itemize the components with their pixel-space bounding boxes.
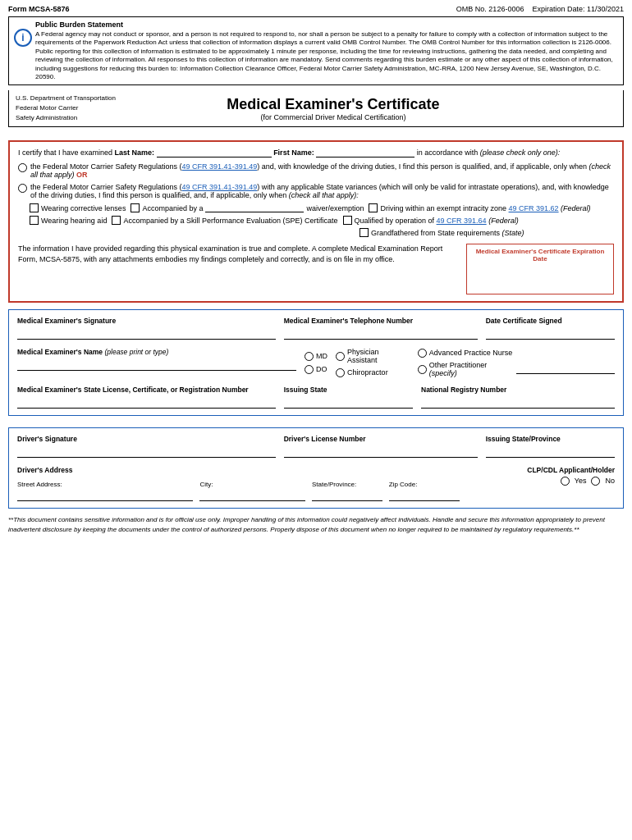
expiry-box: Medical Examiner's Certificate Expiratio…: [466, 244, 614, 294]
driver-issuing-block: Issuing State/Province: [486, 435, 615, 458]
checkbox-qualified: Qualified by operation of 49 CFR 391.64 …: [343, 216, 519, 225]
driver-license-field[interactable]: [284, 445, 478, 458]
driver-issuing-label: Issuing State/Province: [486, 435, 615, 443]
other-radio[interactable]: [418, 365, 427, 374]
type-options: MD DO Physician Assistant: [305, 348, 615, 377]
examiner-date-block: Date Certificate Signed: [486, 317, 615, 340]
cert-statement: The information I have provided regardin…: [18, 244, 458, 264]
state-label: State/Province:: [312, 481, 356, 488]
pa-option: Physician Assistant: [336, 348, 410, 364]
city-field[interactable]: [199, 488, 305, 501]
street-field[interactable]: [17, 488, 193, 501]
option1-radio-circle[interactable]: [18, 163, 27, 172]
burden-title: Public Burden Statement: [35, 21, 618, 29]
examiner-row-1: Medical Examiner's Signature Medical Exa…: [17, 317, 615, 340]
examiner-name-block: Medical Examiner's Name (please print or…: [17, 348, 296, 371]
addr-city-block: City:: [199, 479, 305, 501]
md-option: MD: [305, 351, 327, 361]
checkbox-hearing-aid: Wearing hearing aid: [30, 216, 107, 225]
agency-center: Medical Examiner's Certificate (for Comm…: [116, 96, 551, 121]
state-field[interactable]: [312, 488, 382, 501]
checkbox-row-2: Wearing hearing aid Accompanied by a Ski…: [30, 216, 614, 225]
md-radio[interactable]: [305, 352, 314, 361]
issuing-block: Issuing State: [284, 386, 413, 409]
clp-label: CLP/CDL Applicant/Holder: [468, 466, 616, 474]
clp-block: CLP/CDL Applicant/Holder Yes No: [468, 466, 616, 486]
other-option: Other Practitioner (specify): [418, 361, 615, 377]
last-name-field[interactable]: [157, 148, 272, 158]
examiner-row-2: Medical Examiner's Name (please print or…: [17, 348, 615, 377]
option2-radio: the Federal Motor Carrier Safety Regulat…: [18, 183, 614, 199]
type-col-left: MD DO: [305, 351, 327, 374]
city-label: City:: [199, 481, 213, 488]
examiner-sig-field[interactable]: [17, 326, 276, 340]
intracity-checkbox[interactable]: [369, 203, 378, 212]
certification-box: I certify that I have examined Last Name…: [8, 140, 624, 303]
examiner-phone-label: Medical Examiner's Telephone Number: [284, 317, 478, 325]
grandfathered-checkbox[interactable]: [360, 228, 369, 237]
driver-sig-field[interactable]: [17, 445, 276, 458]
chiro-option: Chiropractor: [336, 368, 410, 377]
driver-sig-label: Driver's Signature: [17, 435, 276, 443]
examiner-sig-label: Medical Examiner's Signature: [17, 317, 276, 325]
spe-checkbox[interactable]: [112, 216, 121, 225]
zip-label: Zip Code:: [389, 481, 418, 488]
corrective-lenses-checkbox[interactable]: [30, 203, 39, 212]
checkbox-row-1: Wearing corrective lenses Accompanied by…: [30, 203, 614, 212]
waiver-field[interactable]: [205, 203, 304, 212]
accompanied-checkbox[interactable]: [131, 203, 140, 212]
option2-radio-circle[interactable]: [18, 184, 27, 193]
first-name-field[interactable]: [316, 148, 414, 158]
lic-field[interactable]: [17, 395, 276, 409]
type-col-mid: Physician Assistant Chiropractor: [336, 348, 410, 377]
checkbox-grandfathered: Grandfathered from State requirements (S…: [360, 228, 524, 237]
driver-addr-block: Driver's Address Street Address: City: S…: [17, 466, 460, 501]
cert-bottom: The information I have provided regardin…: [18, 244, 614, 294]
examiner-date-field[interactable]: [486, 326, 615, 340]
examiner-phone-block: Medical Examiner's Telephone Number: [284, 317, 478, 340]
hearing-aid-checkbox[interactable]: [30, 216, 39, 225]
zip-field[interactable]: [389, 488, 460, 501]
option1-radio: the Federal Motor Carrier Safety Regulat…: [18, 162, 614, 179]
driver-row-2: Driver's Address Street Address: City: S…: [17, 466, 615, 501]
yes-radio[interactable]: [561, 477, 570, 486]
examiner-name-label: Medical Examiner's Name (please print or…: [17, 348, 296, 356]
examiner-date-label: Date Certificate Signed: [486, 317, 615, 325]
addr-state-block: State/Province:: [312, 479, 382, 501]
examiner-sig-block: Medical Examiner's Signature: [17, 317, 276, 340]
no-radio[interactable]: [591, 477, 600, 486]
addr-fields: Street Address: City: State/Province: Zi…: [17, 479, 460, 501]
driver-license-block: Driver's License Number: [284, 435, 478, 458]
yes-no-group: Yes No: [468, 476, 616, 486]
driver-sig-block: Driver's Signature: [17, 435, 276, 458]
do-radio[interactable]: [305, 365, 314, 374]
certificate-subtitle: (for Commercial Driver Medical Certifica…: [116, 113, 551, 121]
burden-content: Public Burden Statement A Federal agency…: [35, 21, 618, 81]
chiro-radio[interactable]: [336, 368, 345, 377]
lic-label: Medical Examiner's State License, Certif…: [17, 386, 276, 394]
expiry-date-field[interactable]: [470, 266, 610, 290]
street-label: Street Address:: [17, 481, 62, 488]
other-specify-field[interactable]: [516, 365, 615, 374]
pa-radio[interactable]: [336, 352, 345, 361]
addr-street-block: Street Address:: [17, 479, 193, 501]
apn-radio[interactable]: [418, 349, 427, 358]
examiner-name-field[interactable]: [17, 358, 296, 371]
form-number: Form MCSA-5876: [8, 5, 70, 13]
agency-left: U.S. Department of Transportation Federa…: [16, 94, 116, 123]
checkbox-accompanied: Accompanied by a waiver/exemption: [131, 203, 364, 212]
examiner-type-block: MD DO Physician Assistant: [305, 348, 615, 377]
checkboxes-area: Wearing corrective lenses Accompanied by…: [30, 203, 614, 237]
registry-field[interactable]: [421, 395, 615, 409]
qualified-checkbox[interactable]: [343, 216, 352, 225]
driver-section: Driver's Signature Driver's License Numb…: [8, 427, 624, 509]
issuing-state-field[interactable]: [284, 395, 413, 409]
examiner-phone-field[interactable]: [284, 326, 478, 340]
driver-issuing-field[interactable]: [486, 445, 615, 458]
expiry-label: Medical Examiner's Certificate Expiratio…: [470, 248, 610, 262]
registry-label: National Registry Number: [421, 386, 615, 394]
cert-intro-line: I certify that I have examined Last Name…: [18, 148, 614, 158]
burden-statement-box: i Public Burden Statement A Federal agen…: [8, 16, 624, 85]
lic-block: Medical Examiner's State License, Certif…: [17, 386, 276, 409]
examiner-row-3: Medical Examiner's State License, Certif…: [17, 386, 615, 409]
